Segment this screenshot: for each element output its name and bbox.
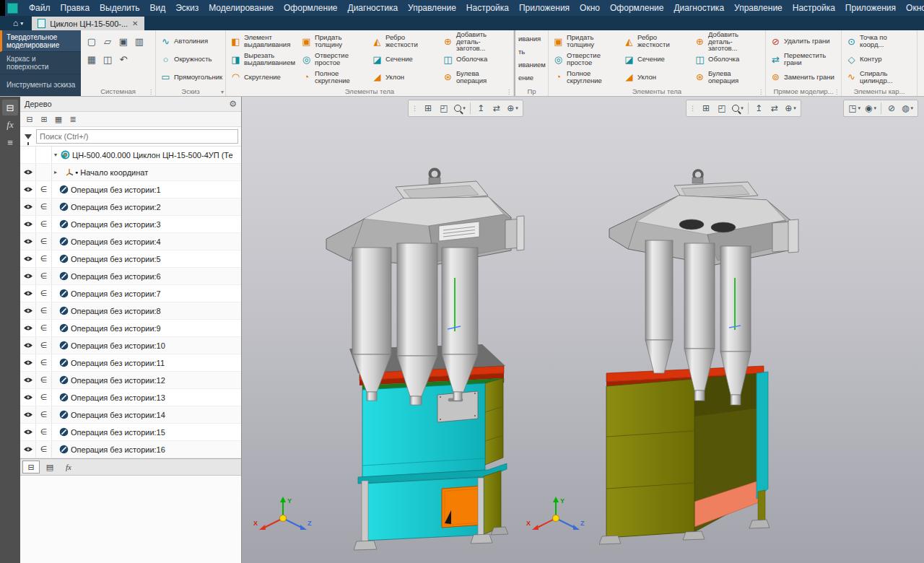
ribbon-button[interactable]: ⇄ Переместить грани [769,51,838,69]
menu-item[interactable]: Окно [575,0,605,16]
tree-toolbar-icon[interactable]: ≣ [66,115,79,124]
orientation-tool[interactable]: ⊕▾ [505,102,520,115]
element-of-icon[interactable]: ∈ [36,441,52,458]
element-of-icon[interactable]: ∈ [36,233,52,250]
ribbon-button[interactable]: ◠ Скругление [229,68,298,86]
tree-origin-item[interactable]: ▸ ● Начало координат [20,164,241,181]
search-input[interactable] [36,129,238,144]
ribbon-button[interactable]: ⊘ Удалить грани [769,32,838,51]
home-button[interactable]: ⌂ ▾ [7,16,29,30]
expand-arrow-icon[interactable]: ▸ [52,169,59,175]
tree-row-operation[interactable]: ∈ Операция без истории:13 [20,389,241,406]
tree-row-operation[interactable]: ∈ Операция без истории:9 [20,320,241,337]
visibility-eye-icon[interactable] [20,233,36,250]
ribbon-button[interactable]: ◪ Сечение [370,51,440,69]
ribbon-button[interactable]: ∿ Спираль цилиндр... [845,68,914,86]
ribbon-button[interactable]: ⊕ Добавить деталь-заготов... [693,32,762,51]
ribbon-button[interactable]: ◔ Полное скругление [300,68,369,86]
system-tool-icon[interactable]: ▣ [119,36,128,47]
element-of-icon[interactable]: ∈ [36,302,52,319]
visibility-eye-icon[interactable] [20,424,36,440]
tree-row-operation[interactable]: ∈ Операция без истории:14 [20,406,241,424]
chevron-down-icon[interactable]: ▾ [221,89,224,95]
tree-row-operation[interactable]: ∈ Операция без истории:2 [20,198,241,216]
tab-tree[interactable]: ⊟ [22,461,40,473]
tree-row-operation[interactable]: ∈ Операция без истории:3 [20,216,241,233]
element-of-icon[interactable]: ∈ [36,372,52,388]
ribbon-button[interactable]: ◔ Полное скругление [552,68,621,86]
system-tool-icon[interactable]: ▱ [104,36,111,47]
menu-item[interactable]: Управление [403,0,461,16]
tree-row-operation[interactable]: ∈ Операция без истории:1 [20,181,241,198]
expand-arrow-icon[interactable]: ▾ [52,152,59,158]
ribbon-button[interactable]: ⊛ Булева операция [693,69,762,87]
tree-toolbar-icon[interactable]: ⊟ [23,115,36,124]
ribbon-button[interactable]: ◭ Ребро жесткости [622,32,692,51]
3d-viewport[interactable]: ⋮ ⊞ ◰ ▾ ↥ ⇄ ⊕▾ ⋮ ⊞ ◰ ▾ ↥ ⇄ ⊕▾ ◳▾ ◉▾ ⊘ ◍▾ [242,97,924,563]
clipped-button-label[interactable]: ивания [518,32,546,45]
plane-icon[interactable]: ◰ [715,102,729,115]
menu-item[interactable]: Приложения [840,0,901,16]
system-tool-icon[interactable]: ▦ [87,54,96,65]
gear-icon[interactable]: ⚙ [229,99,237,109]
pan-icon[interactable]: ⇄ [767,102,782,115]
ribbon-button[interactable]: ◧ Элемент выдавливания [229,32,298,51]
visibility-eye-icon[interactable] [20,268,36,284]
app-logo-icon[interactable] [7,3,18,14]
zoom-tool[interactable]: ▾ [453,102,467,115]
menu-item[interactable]: Правка [56,0,95,16]
shading-tool[interactable]: ◉▾ [863,102,878,115]
element-of-icon[interactable]: ∈ [36,320,52,336]
system-tool-icon[interactable]: ◫ [103,54,112,65]
view-cube-tool[interactable]: ◳▾ [847,102,862,115]
fit-view-icon[interactable]: ↥ [474,102,488,115]
plane-icon[interactable]: ◰ [437,102,451,115]
visibility-eye-icon[interactable] [20,406,36,423]
orientation-tool[interactable]: ⊕▾ [783,102,798,115]
menu-item[interactable]: Приложения [514,0,575,16]
ribbon-button[interactable]: ◢ Уклон [370,68,440,86]
ribbon-button[interactable]: ▣ Придать толщину [300,32,369,51]
panel-menu-icon[interactable]: ≡ [2,134,18,150]
menu-item[interactable]: Управление [729,0,788,16]
clipped-button-label[interactable]: иванием [518,58,546,71]
menu-item[interactable]: Настройка [788,0,840,16]
render-style-tool[interactable]: ◍▾ [900,102,915,115]
visibility-eye-icon[interactable] [20,302,36,319]
variables-panel-icon[interactable]: fx [2,117,18,133]
dock-icon[interactable]: ⊞ [699,102,713,115]
visibility-eye-icon[interactable] [20,372,36,388]
visibility-eye-icon[interactable] [20,164,36,180]
ribbon-button[interactable]: ▭ Прямоугольник [159,68,222,86]
element-of-icon[interactable]: ∈ [36,285,52,302]
fit-view-icon[interactable]: ↥ [751,102,766,115]
ribbon-button[interactable]: ◪ Сечение [622,51,692,69]
tree-row-operation[interactable]: ∈ Операция без истории:15 [20,424,241,441]
instrument-set-item[interactable]: Инструменты эскиза [0,74,81,96]
ribbon-button[interactable]: ⊛ Булева операция [441,69,510,87]
element-of-icon[interactable]: ∈ [36,250,52,267]
element-of-icon[interactable]: ∈ [36,354,52,371]
ribbon-button[interactable]: ◎ Отверстие простое [552,51,621,69]
visibility-eye-icon[interactable] [20,441,36,458]
ribbon-button[interactable]: ∿ Автолиния [159,32,222,51]
tree-row-operation[interactable]: ∈ Операция без истории:7 [20,285,241,302]
instrument-set-item[interactable]: Каркас и поверхности [0,52,81,74]
clipped-button-label[interactable]: ение [518,71,546,84]
element-of-icon[interactable]: ∈ [36,424,52,440]
group-expander-icon[interactable]: ⋮ [834,89,840,95]
ribbon-button[interactable]: ⊕ Добавить деталь-заготов... [441,32,510,51]
menu-item[interactable]: Диагностика [668,0,729,16]
tree-toolbar-icon[interactable]: ▦ [52,115,65,124]
drag-handle-icon[interactable]: ⋮ [689,105,696,112]
close-icon[interactable]: ✕ [132,19,138,27]
element-of-icon[interactable]: ∈ [36,337,52,354]
ribbon-button[interactable]: ◢ Уклон [622,68,692,86]
group-expander-icon[interactable]: ⋮ [148,89,154,95]
menu-item[interactable]: Оформление [605,0,668,16]
menu-item[interactable]: Оформление [279,0,342,16]
tree-row-operation[interactable]: ∈ Операция без истории:5 [20,250,241,268]
tree-root-item[interactable]: ▾ ЦН-500.400.000 Циклон ЦН-15-500-4УП (Т… [20,147,241,164]
system-tool-icon[interactable]: ↶ [120,54,128,65]
dock-icon[interactable]: ⊞ [421,102,435,115]
